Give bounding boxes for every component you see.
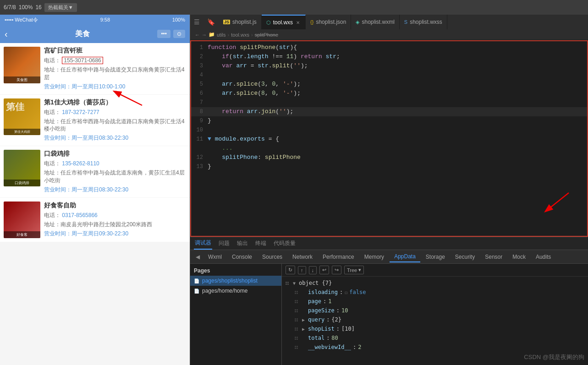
appdata-undo-btn[interactable]: ↩: [319, 266, 329, 274]
devtool-wxml[interactable]: Wxml: [203, 252, 226, 262]
code-line-5: 5 arr.splice(3, 0, '-');: [191, 80, 587, 89]
code-line-10: 10: [191, 125, 587, 135]
wxs-icon: ⬡: [266, 20, 271, 26]
phone-battery: 100%: [172, 17, 185, 22]
food-phone-1: 电话： 155-3071-0686: [44, 57, 186, 65]
food-address-3: 地址：任丘市裕华中路与会战北道东南角，黄莎汇生活4层小吃街: [44, 169, 186, 185]
data-row-page: page : 1: [286, 297, 584, 306]
appdata-panel: ↻ ↑ ↓ ↩ ↪ Tree ▾: [282, 264, 588, 365]
food-info-2: 第1佳大鸡排（蔷莎店） 电话： 187-3272-7277 地址：任丘市裕华西路…: [40, 98, 186, 142]
expand-object[interactable]: ▼: [291, 281, 297, 286]
tabs-bar: ☰ 🔖 JS shoplist.js ⬡ tool.wxs ✕ {} shopl…: [190, 15, 588, 29]
breadcrumb: ← → 📁 utils › tool.wxs › splitPhone: [190, 29, 588, 40]
devtool-appdata[interactable]: AppData: [390, 251, 420, 262]
code-panel: ☰ 🔖 JS shoplist.js ⬡ tool.wxs ✕ {} shopl…: [190, 15, 588, 365]
tab-tool-wxs[interactable]: ⬡ tool.wxs ✕: [262, 15, 306, 29]
tab-label-shoplist-wxml: shoplist.wxml: [362, 19, 394, 25]
food-phone-3: 电话： 135-8262-8110: [44, 160, 186, 168]
svg-line-1: [546, 193, 569, 211]
data-row-object: ▼ object {7}: [286, 278, 584, 288]
code-line-3: 3 var arr = str.split('');: [191, 61, 587, 71]
devtool-performance[interactable]: Performance: [318, 252, 359, 262]
devtool-audits[interactable]: Audits: [531, 252, 555, 262]
phone-time: 9:58: [100, 17, 110, 22]
page-item-shoplist[interactable]: 📄 pages/shoplist/shoplist: [190, 276, 281, 286]
devtool-sensor[interactable]: Sensor: [480, 252, 507, 262]
bottom-content: Pages 📄 pages/shoplist/shoplist 📄 pages/…: [190, 264, 588, 365]
expand-query[interactable]: ▶: [301, 317, 306, 322]
food-phone-4: 电话： 0317-8565866: [44, 212, 186, 219]
appdata-tree-btn[interactable]: Tree ▾: [344, 266, 364, 274]
debug-tab-issues[interactable]: 问题: [218, 238, 231, 249]
devtool-network[interactable]: Network: [288, 252, 317, 262]
data-tree: ▼ object {7} isloading :: [282, 277, 588, 354]
page-file-icon-2: 📄: [194, 289, 199, 294]
debug-tab-terminal[interactable]: 终端: [254, 238, 267, 249]
appdata-up-btn[interactable]: ↑: [298, 266, 306, 274]
breadcrumb-folder-icon: 📁: [209, 32, 215, 38]
tab-label-tool-wxs: tool.wxs: [273, 19, 293, 26]
food-img-2: 第佳大鸡排 第佳: [4, 98, 40, 135]
food-name-1: 宫矿日宫钎班: [44, 47, 186, 55]
devtool-storage[interactable]: Storage: [421, 252, 450, 262]
sidebar-toggle[interactable]: ☰: [190, 18, 203, 26]
code-line-11: 11 ▼ module.exports = {: [191, 135, 587, 144]
phone-status-bar: ••••• WeChat令 9:58 100%: [0, 15, 190, 25]
page-label-shoplist: pages/shoplist/shoplist: [202, 278, 258, 284]
tab-label-shoplist-json: shoplist.json: [316, 19, 346, 25]
food-item-4: 好食客 好食客自助 电话： 0317-8565866 地址：南皮县光明中路烈士陵…: [0, 198, 190, 242]
food-phone-2: 电话： 187-3272-7277: [44, 109, 186, 116]
tab-shoplist-json[interactable]: {} shoplist.json: [306, 15, 351, 29]
tab-shoplist-js[interactable]: JS shoplist.js: [219, 15, 262, 29]
phone-nav-title: 美食: [75, 29, 90, 39]
breadcrumb-utils: utils: [217, 32, 226, 38]
debug-tab-quality[interactable]: 代码质量: [273, 238, 297, 249]
debug-tabs: 调试器 问题 输出 终端 代码质量: [190, 237, 588, 250]
code-line-7: 7: [191, 98, 587, 107]
json-icon: {}: [310, 19, 313, 25]
phone-nav-bar: ‹ 美食 ••• ⊙: [0, 25, 190, 43]
tab-shoplist-wxss[interactable]: S shoplist.wxss: [400, 15, 447, 29]
devtool-mock[interactable]: Mock: [508, 252, 530, 262]
food-hours-2: 营业时间：周一至周日08:30-22:30: [44, 134, 186, 142]
tab-close-tool-wxs[interactable]: ✕: [295, 20, 301, 26]
devtool-security[interactable]: Security: [451, 252, 479, 262]
food-address-4: 地址：南皮县光明中路烈士陵园北200米路西: [44, 221, 186, 229]
food-img-1: 美食图: [4, 47, 40, 83]
capture-btn[interactable]: 热截截关▼: [44, 3, 77, 12]
tree-chevron-icon: ▾: [358, 267, 361, 273]
top-bar: 6/7/8 100% 16 热截截关▼: [0, 0, 588, 15]
code-editor: 1 function splitPhone(str){ 2 if(str.len…: [190, 40, 588, 237]
devtool-memory[interactable]: Memory: [360, 252, 389, 262]
devtool-console[interactable]: Console: [227, 252, 257, 262]
devtool-sources[interactable]: Sources: [258, 252, 287, 262]
data-row-query: ▶ query : {2}: [286, 315, 584, 324]
page-item-home[interactable]: 📄 pages/home/home: [190, 286, 281, 296]
phone-signal: ••••• WeChat令: [5, 16, 38, 23]
food-hours-4: 营业时间：周一至周日09:30-22:30: [44, 230, 186, 238]
appdata-down-btn[interactable]: ↓: [309, 266, 317, 274]
page-label-home: pages/home/home: [202, 288, 247, 294]
phone-camera-btn[interactable]: ⊙: [173, 30, 185, 38]
data-row-webviewid: __webviewId__ : 2: [286, 343, 584, 352]
bookmark-btn[interactable]: 🔖: [203, 18, 219, 26]
food-img-4: 好食客: [4, 202, 40, 238]
code-line-12: 12 splitPhone: splitPhone: [191, 153, 587, 162]
data-row-total: total : 80: [286, 333, 584, 343]
food-img-3: 口袋鸡排: [4, 150, 40, 186]
top-bar-num: 16: [35, 4, 41, 11]
tab-shoplist-wxml[interactable]: ◈ shoplist.wxml: [351, 15, 399, 29]
devtools-arrow-left[interactable]: ◀: [193, 252, 203, 262]
data-row-isloading: isloading : ☐ false: [286, 288, 584, 297]
phone-simulator: ••••• WeChat令 9:58 100% ‹ 美食 ••• ⊙ 美食图: [0, 15, 190, 365]
pages-header: Pages: [190, 266, 281, 276]
food-info-3: 口袋鸡排 电话： 135-8262-8110 地址：任丘市裕华中路与会战北道东南…: [40, 150, 186, 194]
appdata-redo-btn[interactable]: ↪: [332, 266, 341, 274]
debug-tab-output[interactable]: 输出: [236, 238, 249, 249]
phone-dots-btn[interactable]: •••: [157, 30, 170, 38]
debug-tab-debugger[interactable]: 调试器: [194, 237, 212, 250]
expand-shoplist[interactable]: ▶: [301, 327, 306, 332]
appdata-refresh-btn[interactable]: ↻: [286, 266, 295, 274]
phone-back-btn[interactable]: ‹: [5, 29, 8, 39]
breadcrumb-arrow: ←: [195, 32, 200, 38]
